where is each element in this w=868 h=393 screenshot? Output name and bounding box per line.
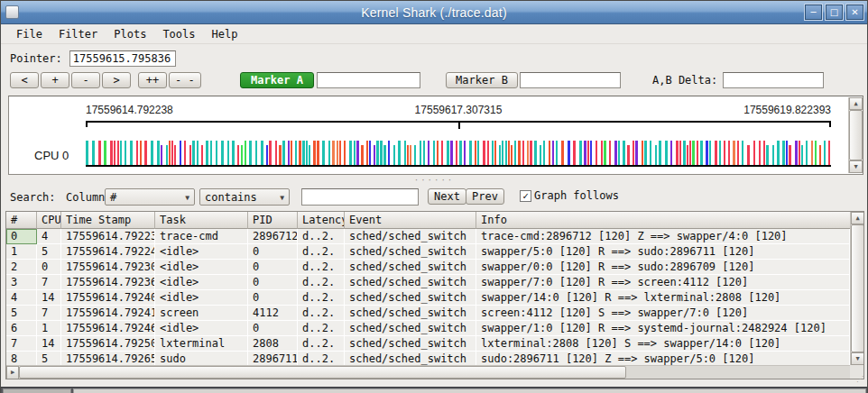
- event-bar: [596, 141, 597, 165]
- kernelshark-window: Kernel Shark (./trace.dat) ─ □ ✕ FileFil…: [0, 0, 868, 393]
- event-bar: [782, 141, 785, 165]
- table-row[interactable]: 2017559614.792301<idle>0d..2.sched/sched…: [6, 260, 850, 275]
- table-cell: 17559614.792414: [61, 306, 155, 321]
- table-cell: d..2.: [298, 260, 345, 275]
- table-cell: 7: [37, 275, 61, 290]
- event-bar: [232, 141, 235, 165]
- event-bar: [92, 141, 95, 165]
- zoom-out-button[interactable]: - -: [169, 72, 201, 88]
- scroll-down-icon[interactable]: ▼: [849, 160, 863, 173]
- table-cell: d..2.: [298, 352, 345, 365]
- close-icon[interactable]: ✕: [846, 5, 863, 20]
- table-row[interactable]: 8517559614.792659sudo2896711d..2.sched/s…: [6, 352, 850, 365]
- event-bar: [366, 141, 368, 165]
- chevron-down-icon: ▼: [185, 194, 189, 202]
- event-bar: [742, 141, 743, 165]
- scroll-down-icon[interactable]: ▼: [851, 352, 864, 365]
- marker-a-field[interactable]: [317, 72, 420, 88]
- nav-right-button[interactable]: >: [102, 72, 131, 88]
- event-bar: [650, 141, 651, 165]
- event-bar: [573, 141, 576, 165]
- ab-delta-field[interactable]: [723, 72, 824, 88]
- marker-b-field[interactable]: [520, 72, 621, 88]
- column-header-latency[interactable]: Latency: [298, 212, 345, 229]
- table-cell: sched/sched_switch: [345, 336, 476, 352]
- graph-follows-checkbox[interactable]: ✓: [520, 190, 531, 202]
- event-bar: [659, 141, 661, 165]
- event-bar: [824, 141, 826, 165]
- event-bar: [819, 145, 821, 165]
- table-header[interactable]: #CPUTime StampTaskPIDLatencyEventInfo: [6, 212, 863, 229]
- column-header-cpu[interactable]: CPU: [37, 212, 61, 229]
- table-row[interactable]: 71417559614.792502lxterminal2808d..2.sch…: [6, 336, 850, 352]
- resize-grip[interactable]: ⋰: [856, 377, 865, 386]
- table-row[interactable]: 3717559614.792367<idle>0d..2.sched/sched…: [6, 275, 850, 290]
- menu-item-file[interactable]: File: [8, 26, 51, 43]
- table-cell: 17559614.792301: [61, 260, 155, 275]
- pane-splitter-handle[interactable]: ······: [1, 178, 867, 185]
- event-bar: [799, 141, 800, 165]
- titlebar[interactable]: Kernel Shark (./trace.dat) ─ □ ✕: [1, 1, 867, 24]
- nav-left-button[interactable]: <: [10, 72, 39, 88]
- column-header-pid[interactable]: PID: [248, 212, 298, 229]
- menu-item-plots[interactable]: Plots: [106, 26, 154, 43]
- marker-a-button[interactable]: Marker A: [240, 72, 314, 88]
- table-cell: 2896712: [248, 229, 298, 244]
- column-header-info[interactable]: Info: [476, 212, 863, 229]
- table-vertical-scrollbar[interactable]: ▲ ▼: [850, 212, 863, 365]
- table-row[interactable]: 0417559614.792239trace-cmd2896712d..2.sc…: [6, 229, 850, 244]
- next-button[interactable]: Next: [428, 188, 466, 205]
- cpu-graph-panel[interactable]: 17559614.792238 17559617.307315 17559619…: [8, 96, 863, 175]
- nav-minus-button[interactable]: -: [71, 72, 100, 88]
- event-bar: [747, 145, 750, 165]
- cpu0-event-bars[interactable]: [86, 138, 831, 167]
- graph-scroll-thumb[interactable]: [849, 110, 863, 160]
- event-bar: [393, 145, 395, 165]
- event-bar: [786, 141, 788, 165]
- table-cell: 17559614.792502: [61, 336, 155, 352]
- table-row[interactable]: 1517559614.792240<idle>0d..2.sched/sched…: [6, 244, 850, 260]
- event-bar: [269, 141, 272, 165]
- table-row[interactable]: 6117559614.792469<idle>0d..2.sched/sched…: [6, 321, 850, 336]
- minimize-icon[interactable]: ─: [805, 5, 822, 20]
- column-header-task[interactable]: Task: [155, 212, 248, 229]
- menu-item-tools[interactable]: Tools: [154, 26, 203, 43]
- ab-delta-label: A,B Delta:: [652, 74, 717, 87]
- column-header-event[interactable]: Event: [345, 212, 476, 229]
- search-column-select[interactable]: # ▼: [105, 188, 195, 206]
- menu-item-filter[interactable]: Filter: [51, 26, 106, 43]
- event-bar: [543, 141, 545, 165]
- marker-b-button[interactable]: Marker B: [446, 72, 518, 88]
- table-cell: 8: [6, 352, 37, 365]
- event-bar: [459, 141, 462, 165]
- pointer-field[interactable]: 17559615.795836: [69, 50, 176, 67]
- nav-plus-button[interactable]: +: [41, 72, 69, 88]
- prev-button[interactable]: Prev: [466, 188, 504, 205]
- pointer-label: Pointer:: [10, 52, 62, 65]
- event-bar: [683, 141, 686, 165]
- menu-item-help[interactable]: Help: [204, 26, 246, 43]
- event-bar: [502, 141, 503, 165]
- event-bar: [635, 141, 638, 165]
- table-vscroll-thumb[interactable]: [851, 224, 864, 352]
- scroll-up-icon[interactable]: ▲: [851, 212, 864, 224]
- zoom-in-button[interactable]: ++: [138, 72, 167, 88]
- table-row[interactable]: 41417559614.792408<idle>0d..2.sched/sche…: [6, 290, 850, 306]
- column-header--[interactable]: #: [6, 212, 37, 229]
- taskbar-strip: [1, 387, 867, 393]
- scroll-up-icon[interactable]: ▲: [849, 97, 863, 110]
- scroll-right-icon[interactable]: ▶: [6, 366, 19, 379]
- graph-vertical-scrollbar[interactable]: ▲ ▼: [848, 97, 862, 173]
- table-hscroll-thumb[interactable]: [19, 366, 626, 379]
- table-row[interactable]: 5717559614.792414screen4112d..2.sched/sc…: [6, 306, 850, 321]
- table-cell: 5: [6, 306, 37, 321]
- event-bar: [227, 141, 229, 165]
- event-bar: [140, 141, 142, 165]
- table-cell: 6: [6, 321, 37, 336]
- search-input[interactable]: [301, 188, 419, 206]
- table-horizontal-scrollbar[interactable]: ◀ ▶: [6, 365, 850, 379]
- maximize-icon[interactable]: □: [826, 5, 843, 20]
- search-operator-select[interactable]: contains ▼: [199, 188, 290, 206]
- event-bar: [692, 141, 695, 165]
- column-header-time-stamp[interactable]: Time Stamp: [61, 212, 155, 229]
